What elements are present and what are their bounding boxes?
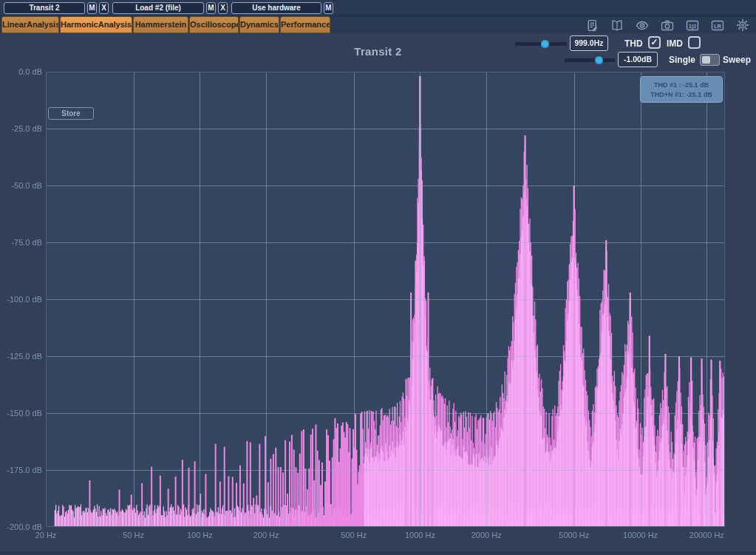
imd-label: IMD [667, 38, 683, 49]
thd-checkbox[interactable]: ✓ [648, 36, 661, 49]
x-axis-tick-label: 20000 Hz [689, 531, 724, 539]
imd-checkbox[interactable] [688, 36, 701, 49]
level-value-field[interactable]: -1.00dB [618, 52, 658, 67]
toolbar: 1|2LR [585, 17, 750, 33]
spectrum-plot[interactable] [0, 33, 756, 555]
thd-label: THD [624, 38, 643, 49]
x-axis-tick-label: 10000 Hz [623, 531, 658, 539]
x-axis-tick-label: 2000 Hz [471, 531, 502, 539]
preset-slot-button[interactable]: Use hardware [231, 2, 321, 14]
toggle-knob [702, 56, 710, 64]
tab-harmonicanalysis[interactable]: HarmonicAnalysis [60, 16, 132, 33]
preset-slot-button[interactable]: Load #2 (file) [112, 2, 204, 14]
y-axis-tick-label: -25.0 dB [1, 124, 42, 133]
svg-text:LR: LR [714, 22, 722, 29]
camera-icon[interactable] [660, 18, 675, 33]
y-axis-tick-label: 0.0 dB [1, 67, 42, 76]
tab-linearanalysis[interactable]: LinearAnalysis [1, 16, 59, 33]
y-axis-tick-label: -100.0 dB [1, 295, 42, 304]
y-axis-tick-label: -150.0 dB [1, 409, 42, 418]
x-axis-tick-label: 5000 Hz [559, 531, 589, 539]
window-bottom-edge [0, 551, 756, 555]
preset-clear-button[interactable]: X [99, 2, 109, 14]
eye-icon[interactable] [635, 18, 650, 33]
preset-slot-button[interactable]: Transit 2 [4, 2, 85, 14]
single-label: Single [669, 55, 695, 65]
x-axis-tick-label: 100 Hz [187, 531, 213, 539]
preset-bar: Transit 2MXLoad #2 (file)MXUse hardwareM [0, 0, 756, 16]
x-axis-tick-label: 50 Hz [123, 531, 144, 539]
single-sweep-toggle[interactable] [700, 54, 720, 66]
book-icon[interactable] [610, 18, 624, 33]
one-two-icon[interactable]: 1|2 [685, 18, 700, 33]
sweep-label: Sweep [723, 55, 751, 65]
preset-clear-button[interactable]: X [218, 2, 228, 14]
tab-oscilloscope[interactable]: Oscilloscope [189, 16, 239, 33]
x-axis-tick-label: 1000 Hz [405, 531, 435, 539]
y-axis-tick-label: -125.0 dB [1, 352, 42, 361]
notes-icon[interactable] [585, 18, 599, 33]
svg-text:1|2: 1|2 [689, 22, 696, 29]
lr-icon[interactable]: LR [710, 18, 725, 33]
y-axis-tick-label: -175.0 dB [1, 466, 42, 474]
tab-hammerstein[interactable]: Hammerstein [133, 16, 188, 33]
thd-legend: THD #1 : -25.1 dB THD+N #1: -25.1 dB [640, 76, 723, 103]
frequency-slider-thumb[interactable] [541, 40, 549, 48]
preset-menu-button[interactable]: M [206, 2, 216, 14]
frequency-slider[interactable] [515, 42, 567, 46]
x-axis-tick-label: 20 Hz [35, 531, 57, 539]
y-axis-tick-label: -75.0 dB [1, 238, 42, 247]
x-axis-tick-label: 200 Hz [253, 531, 279, 539]
harmonic-analysis-panel: Transit 2 999.0Hz THD ✓ IMD -1.00dB Sing… [0, 33, 756, 555]
tab-performance[interactable]: Performance [280, 16, 330, 33]
level-slider[interactable] [565, 58, 615, 62]
preset-menu-button[interactable]: M [87, 2, 97, 14]
y-axis-tick-label: -50.0 dB [1, 181, 42, 190]
thd-readout: THD #1 : -25.1 dB [641, 81, 722, 89]
x-axis-tick-label: 500 Hz [341, 531, 367, 539]
frequency-value-field[interactable]: 999.0Hz [570, 35, 608, 51]
tab-dynamics[interactable]: Dynamics [239, 16, 279, 33]
store-button[interactable]: Store [48, 107, 94, 120]
preset-menu-button[interactable]: M [324, 2, 333, 14]
plugindoctor-window: { "preset_bar": { "slots": [ {"name": "T… [0, 0, 756, 555]
thd-n-readout: THD+N #1: -25.1 dB [641, 91, 722, 98]
gear-icon[interactable] [735, 18, 750, 33]
